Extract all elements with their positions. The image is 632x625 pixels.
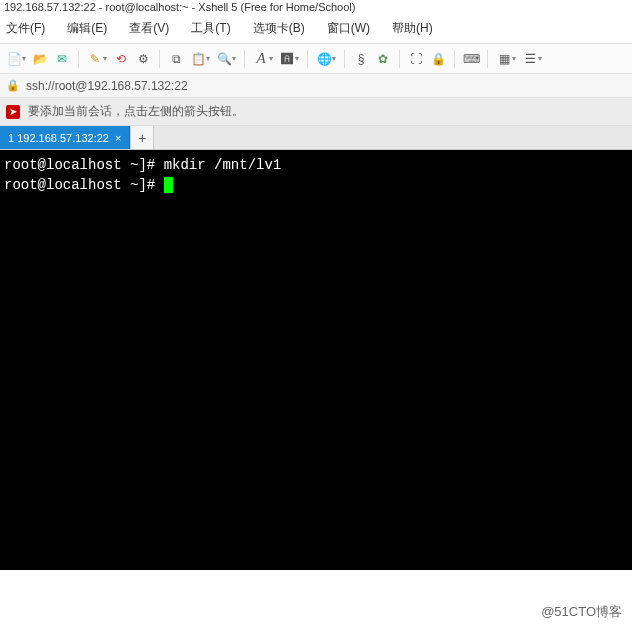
tab-label: 1 192.168.57.132:22 (8, 132, 109, 144)
paste-icon[interactable]: 📋 (188, 49, 208, 69)
watermark-text: @51CTO博客 (541, 604, 622, 619)
reconnect-icon[interactable]: ⟲ (111, 49, 131, 69)
new-tab-button[interactable]: + (130, 126, 154, 149)
separator (307, 50, 308, 68)
menu-help[interactable]: 帮助(H) (388, 18, 437, 39)
leaf-icon[interactable]: ✿ (373, 49, 393, 69)
terminal[interactable]: root@localhost ~]# mkdir /mnt/lv1 root@l… (0, 150, 632, 570)
dropdown-icon[interactable]: ▾ (269, 54, 273, 63)
watermark: @51CTO博客 (541, 603, 622, 621)
command-text: mkdir /mnt/lv1 (164, 157, 282, 173)
menu-file[interactable]: 文件(F) (2, 18, 49, 39)
close-tab-icon[interactable]: × (115, 132, 121, 144)
separator (399, 50, 400, 68)
menu-view[interactable]: 查看(V) (125, 18, 173, 39)
menu-tools[interactable]: 工具(T) (187, 18, 234, 39)
copy-icon[interactable]: ⧉ (166, 49, 186, 69)
toolbar: 📄 ▾ 📂 ✉ ✎ ▾ ⟲ ⚙ ⧉ 📋 ▾ 🔍 ▾ A ▾ 🅰 ▾ 🌐 ▾ § … (0, 44, 632, 74)
dropdown-icon[interactable]: ▾ (103, 54, 107, 63)
open-icon[interactable]: 📂 (30, 49, 50, 69)
hint-bar: ➤ 要添加当前会话，点击左侧的箭头按钮。 (0, 98, 632, 126)
footer-area (0, 570, 632, 625)
prompt: root@localhost ~]# (4, 177, 164, 193)
menubar: 文件(F) 编辑(E) 查看(V) 工具(T) 选项卡(B) 窗口(W) 帮助(… (0, 14, 632, 44)
font-icon[interactable]: A (251, 49, 271, 69)
dropdown-icon[interactable]: ▾ (332, 54, 336, 63)
script-icon[interactable]: § (351, 49, 371, 69)
window-title: 192.168.57.132:22 - root@localhost:~ - X… (4, 1, 355, 13)
dropdown-icon[interactable]: ▾ (22, 54, 26, 63)
add-session-arrow-icon[interactable]: ➤ (6, 105, 20, 119)
menu-window[interactable]: 窗口(W) (323, 18, 374, 39)
dropdown-icon[interactable]: ▾ (295, 54, 299, 63)
dropdown-icon[interactable]: ▾ (206, 54, 210, 63)
dropdown-icon[interactable]: ▾ (538, 54, 542, 63)
properties-icon[interactable]: ⚙ (133, 49, 153, 69)
separator (454, 50, 455, 68)
lock-icon[interactable]: 🔒 (428, 49, 448, 69)
pencil-icon[interactable]: ✎ (85, 49, 105, 69)
dropdown-icon[interactable]: ▾ (232, 54, 236, 63)
fullscreen-icon[interactable]: ⛶ (406, 49, 426, 69)
separator (344, 50, 345, 68)
dropdown-icon[interactable]: ▾ (512, 54, 516, 63)
find-icon[interactable]: 🔍 (214, 49, 234, 69)
separator (159, 50, 160, 68)
layout-icon[interactable]: ▦ (494, 49, 514, 69)
prompt: root@localhost ~]# (4, 157, 164, 173)
menu-tabs[interactable]: 选项卡(B) (249, 18, 309, 39)
separator (244, 50, 245, 68)
hint-text: 要添加当前会话，点击左侧的箭头按钮。 (28, 103, 244, 120)
new-session-icon[interactable]: 📄 (4, 49, 24, 69)
lock-icon: 🔒 (6, 79, 20, 92)
list-icon[interactable]: ☰ (520, 49, 540, 69)
title-bar: 192.168.57.132:22 - root@localhost:~ - X… (0, 0, 632, 14)
session-tab[interactable]: 1 192.168.57.132:22 × (0, 126, 130, 149)
keyboard-icon[interactable]: ⌨ (461, 49, 481, 69)
separator (78, 50, 79, 68)
tab-strip: 1 192.168.57.132:22 × + (0, 126, 632, 150)
address-bar: 🔒 ssh://root@192.168.57.132:22 (0, 74, 632, 98)
address-url[interactable]: ssh://root@192.168.57.132:22 (26, 79, 188, 93)
cursor (164, 177, 173, 193)
colorset-icon[interactable]: 🅰 (277, 49, 297, 69)
separator (487, 50, 488, 68)
send-icon[interactable]: ✉ (52, 49, 72, 69)
menu-edit[interactable]: 编辑(E) (63, 18, 111, 39)
globe-icon[interactable]: 🌐 (314, 49, 334, 69)
